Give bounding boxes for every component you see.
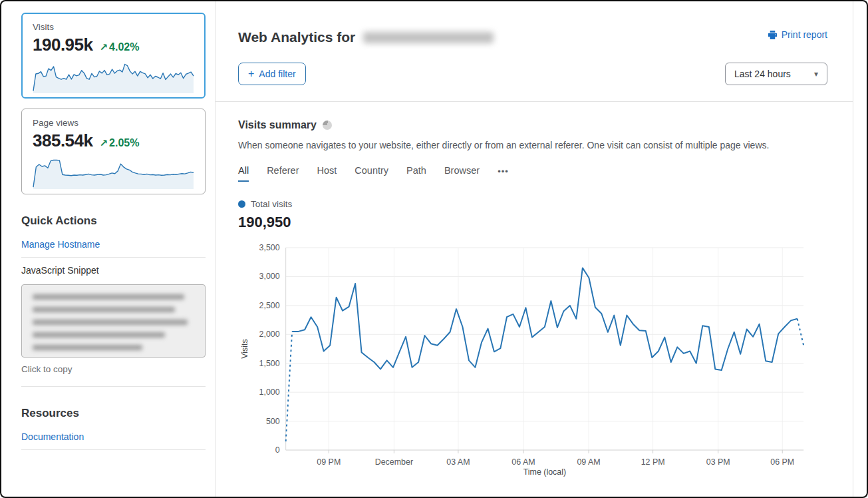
resources-heading: Resources bbox=[21, 407, 206, 420]
svg-text:09 AM: 09 AM bbox=[577, 457, 600, 467]
documentation-row: Documentation bbox=[21, 424, 206, 450]
quick-actions-heading: Quick Actions bbox=[21, 214, 206, 228]
svg-text:03 AM: 03 AM bbox=[446, 457, 470, 467]
svg-text:06 AM: 06 AM bbox=[511, 457, 535, 467]
metric-card-visits[interactable]: Visits 190.95k ↗4.02% bbox=[21, 13, 206, 99]
manage-hostname-link[interactable]: Manage Hostname bbox=[21, 239, 100, 250]
print-report-button[interactable]: Print report bbox=[768, 29, 827, 40]
main-header: Web Analytics for Print report + Add fil… bbox=[216, 1, 853, 101]
tab-host[interactable]: Host bbox=[317, 165, 337, 182]
visits-summary-section: Visits summary When someone navigates to… bbox=[216, 102, 853, 477]
metric-value: 385.54k bbox=[33, 130, 92, 151]
total-visits-value: 190,950 bbox=[238, 214, 827, 231]
metric-card-page-views[interactable]: Page views 385.54k ↗2.05% bbox=[21, 109, 206, 194]
printer-icon bbox=[768, 30, 778, 40]
svg-text:03 PM: 03 PM bbox=[706, 457, 730, 467]
tab-country[interactable]: Country bbox=[355, 165, 388, 182]
svg-text:0: 0 bbox=[275, 445, 280, 455]
svg-text:Time (local): Time (local) bbox=[523, 467, 567, 477]
metric-delta-value: 4.02% bbox=[109, 41, 139, 53]
click-to-copy-hint: Click to copy bbox=[21, 364, 206, 374]
svg-text:3,500: 3,500 bbox=[259, 243, 280, 252]
tab-referer[interactable]: Referer bbox=[267, 165, 299, 182]
sidebar: Visits 190.95k ↗4.02% Page views 385.54k… bbox=[1, 1, 215, 497]
metric-label: Page views bbox=[33, 118, 194, 128]
svg-text:09 PM: 09 PM bbox=[317, 457, 341, 467]
chevron-down-icon: ▾ bbox=[814, 69, 818, 79]
redacted-domain-blur bbox=[363, 32, 494, 43]
svg-text:December: December bbox=[375, 457, 413, 467]
trend-up-icon: ↗ bbox=[99, 41, 108, 53]
metric-delta: ↗4.02% bbox=[99, 41, 139, 53]
svg-text:2,000: 2,000 bbox=[259, 330, 280, 339]
page-views-sparkline-chart bbox=[33, 155, 194, 190]
manage-hostname-row: Manage Hostname bbox=[21, 232, 206, 258]
svg-text:Visits: Visits bbox=[240, 339, 249, 359]
javascript-snippet-label: JavaScript Snippet bbox=[21, 258, 206, 283]
tab-all[interactable]: All bbox=[238, 165, 249, 182]
time-range-dropdown[interactable]: Last 24 hours ▾ bbox=[725, 63, 827, 85]
more-tabs-button[interactable]: ••• bbox=[498, 166, 509, 181]
visits-summary-description: When someone navigates to your website, … bbox=[238, 140, 827, 150]
visits-chart: 09 PMDecember03 AM06 AM09 AM12 PM03 PM06… bbox=[238, 239, 827, 477]
visits-line-chart-svg: 09 PMDecember03 AM06 AM09 AM12 PM03 PM06… bbox=[238, 239, 826, 477]
legend-label: Total visits bbox=[251, 199, 292, 209]
print-report-label: Print report bbox=[782, 29, 827, 40]
add-filter-label: Add filter bbox=[259, 69, 295, 79]
main-panel: Web Analytics for Print report + Add fil… bbox=[215, 1, 853, 497]
svg-text:500: 500 bbox=[266, 417, 280, 426]
metric-value: 190.95k bbox=[33, 35, 92, 55]
time-range-value: Last 24 hours bbox=[734, 69, 791, 79]
sidebar-divider bbox=[21, 386, 206, 387]
svg-text:3,000: 3,000 bbox=[259, 272, 280, 281]
snippet-blurred-lines bbox=[33, 294, 194, 350]
chart-legend: Total visits bbox=[238, 199, 827, 209]
svg-text:1,000: 1,000 bbox=[259, 387, 280, 397]
metric-delta: ↗2.05% bbox=[99, 137, 139, 149]
tab-browser[interactable]: Browser bbox=[444, 165, 480, 182]
page-title: Web Analytics for bbox=[238, 29, 494, 45]
add-filter-button[interactable]: + Add filter bbox=[238, 63, 306, 85]
snippet-code-redacted[interactable] bbox=[21, 284, 206, 358]
svg-text:1,500: 1,500 bbox=[259, 359, 280, 368]
svg-text:12 PM: 12 PM bbox=[641, 457, 665, 467]
documentation-link[interactable]: Documentation bbox=[21, 431, 84, 442]
page-title-text: Web Analytics for bbox=[238, 29, 355, 45]
plus-icon: + bbox=[248, 68, 254, 80]
svg-text:2,500: 2,500 bbox=[259, 301, 280, 310]
metric-label: Visits bbox=[33, 22, 194, 32]
trend-up-icon: ↗ bbox=[99, 137, 108, 148]
pie-chart-icon bbox=[323, 121, 332, 130]
tab-path[interactable]: Path bbox=[406, 165, 426, 182]
summary-tabs: AllRefererHostCountryPathBrowser••• bbox=[238, 165, 827, 182]
visits-summary-title: Visits summary bbox=[238, 119, 317, 131]
svg-text:06 PM: 06 PM bbox=[770, 457, 794, 467]
app-window: Visits 190.95k ↗4.02% Page views 385.54k… bbox=[0, 0, 868, 498]
metric-delta-value: 2.05% bbox=[109, 137, 139, 148]
legend-dot-icon bbox=[238, 200, 245, 208]
visits-sparkline-chart bbox=[33, 59, 194, 94]
